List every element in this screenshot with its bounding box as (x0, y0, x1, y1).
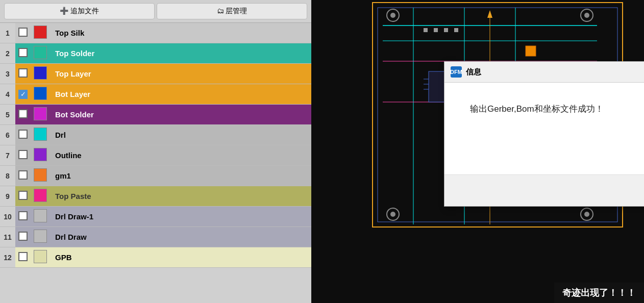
dialog-title: 信息 (466, 67, 644, 77)
layer-color-cell (31, 145, 50, 166)
layer-color-cell (31, 23, 50, 43)
layer-color-cell (31, 84, 50, 105)
layer-color-cell (31, 43, 50, 64)
table-row: 10 Drl Draw-1 (0, 207, 311, 227)
layer-number: 12 (0, 247, 15, 268)
miracle-label: 奇迹出现了！！！ (562, 288, 636, 298)
layers-table: 1 Top Silk 2 Top Solder 3 (0, 23, 311, 268)
table-row: 8 gm1 (0, 166, 311, 186)
layer-checkbox[interactable] (15, 23, 31, 43)
layer-color-cell (31, 227, 50, 247)
table-row: 6 Drl (0, 125, 311, 145)
svg-point-11 (390, 13, 395, 18)
layer-name: Bot Layer (50, 84, 311, 105)
layer-name: Top Silk (50, 23, 311, 43)
svg-rect-19 (424, 28, 428, 32)
svg-rect-22 (454, 28, 458, 32)
right-panel: 奇迹出现了！！！ DFM 信息 ✕ 输出Gerber,Bom和坐标文件成功！ 确… (311, 0, 644, 303)
layer-number: 8 (0, 166, 15, 186)
layer-name: Bot Solder (50, 105, 311, 125)
layer-name: Drl Draw (50, 227, 311, 247)
layer-manage-label: 🗂 层管理 (217, 7, 247, 16)
layer-color-cell (31, 166, 50, 186)
layer-color-cell (31, 64, 50, 84)
dialog-body: 输出Gerber,Bom和坐标文件成功！ (444, 83, 644, 174)
layer-number: 7 (0, 145, 15, 166)
layer-color-cell (31, 125, 50, 145)
add-file-label: ➕ 追加文件 (60, 7, 99, 16)
table-row: 3 Top Layer (0, 64, 311, 84)
table-row: 5 Bot Solder (0, 105, 311, 125)
dialog-icon: DFM (451, 66, 462, 78)
table-row: 2 Top Solder (0, 43, 311, 64)
svg-point-17 (584, 212, 589, 217)
layer-color-cell (31, 207, 50, 227)
table-row: 1 Top Silk (0, 23, 311, 43)
layer-checkbox[interactable] (15, 43, 31, 64)
layer-manage-button[interactable]: 🗂 层管理 (157, 3, 307, 19)
table-row: 4 ✓ Bot Layer (0, 84, 311, 105)
layer-checkbox[interactable] (15, 125, 31, 145)
svg-rect-20 (434, 28, 438, 32)
left-panel: ➕ 追加文件 🗂 层管理 1 Top Silk 2 (0, 0, 311, 303)
layer-number: 6 (0, 125, 15, 145)
layer-number: 10 (0, 207, 15, 227)
layer-number: 9 (0, 186, 15, 207)
svg-point-13 (584, 13, 589, 18)
layer-number: 2 (0, 43, 15, 64)
add-file-button[interactable]: ➕ 追加文件 (4, 3, 155, 19)
layer-number: 5 (0, 105, 15, 125)
layer-name: gm1 (50, 166, 311, 186)
table-row: 11 Drl Draw (0, 227, 311, 247)
main-container: ➕ 追加文件 🗂 层管理 1 Top Silk 2 (0, 0, 644, 303)
svg-point-15 (390, 212, 395, 217)
layer-checkbox[interactable] (15, 207, 31, 227)
miracle-text: 奇迹出现了！！！ (554, 283, 644, 303)
layer-name: Top Paste (50, 186, 311, 207)
dialog-footer: 确定 (444, 174, 644, 206)
layer-name: Top Layer (50, 64, 311, 84)
layer-number: 3 (0, 64, 15, 84)
dialog-icon-text: DFM (450, 69, 462, 75)
layer-number: 1 (0, 23, 15, 43)
layer-name: GPB (50, 247, 311, 268)
dialog-message: 输出Gerber,Bom和坐标文件成功！ (470, 104, 604, 114)
layer-checkbox[interactable] (15, 105, 31, 125)
layer-checkbox[interactable] (15, 166, 31, 186)
layer-name: Drl (50, 125, 311, 145)
layer-color-cell (31, 105, 50, 125)
layer-checkbox[interactable] (15, 247, 31, 268)
svg-rect-21 (444, 28, 448, 32)
layer-color-cell (31, 247, 50, 268)
layer-checkbox[interactable] (15, 145, 31, 166)
dialog-overlay: DFM 信息 ✕ 输出Gerber,Bom和坐标文件成功！ 确定 (444, 61, 644, 207)
layer-checkbox[interactable] (15, 227, 31, 247)
layer-color-cell (31, 186, 50, 207)
layer-checkbox[interactable]: ✓ (15, 84, 31, 105)
layer-number: 4 (0, 84, 15, 105)
layer-number: 11 (0, 227, 15, 247)
table-row: 9 Top Paste (0, 186, 311, 207)
layer-checkbox[interactable] (15, 64, 31, 84)
layer-name: Top Solder (50, 43, 311, 64)
toolbar: ➕ 追加文件 🗂 层管理 (0, 0, 311, 23)
svg-rect-18 (526, 46, 536, 56)
dialog-titlebar: DFM 信息 ✕ (444, 62, 644, 83)
layer-name: Drl Draw-1 (50, 207, 311, 227)
layer-name: Outline (50, 145, 311, 166)
table-row: 7 Outline (0, 145, 311, 166)
table-row: 12 GPB (0, 247, 311, 268)
layer-checkbox[interactable] (15, 186, 31, 207)
